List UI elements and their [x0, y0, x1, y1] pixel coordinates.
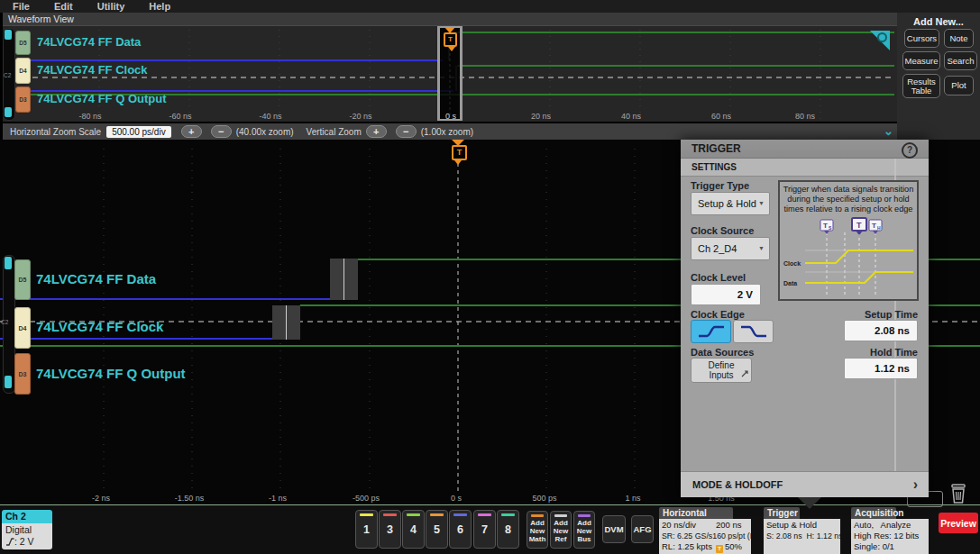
channel-6-color — [453, 513, 467, 516]
svg-text:Data: Data — [783, 280, 797, 286]
main-axis--2ns: -2 ns — [92, 494, 110, 503]
main-channel-badge-d5[interactable]: D5 — [14, 259, 31, 300]
group-label: C2 — [4, 72, 11, 78]
main-channel-label-qoutput[interactable]: 74LVCG74 FF Q Output — [36, 366, 186, 381]
setup-time-input[interactable]: 2.08 ns — [844, 320, 918, 341]
afg-button[interactable]: AFG — [631, 515, 654, 543]
menu-help[interactable]: Help — [149, 1, 170, 12]
clock-source-dropdown[interactable]: Ch 2_D4 ▼ — [691, 237, 770, 260]
dvm-button[interactable]: DVM — [602, 515, 626, 543]
chevron-right-icon: › — [913, 472, 918, 497]
channel-1-button[interactable]: 1 — [355, 510, 378, 549]
add-new-bus-button[interactable]: Add New Bus — [573, 511, 595, 549]
main-trigger-badge[interactable]: T — [452, 145, 467, 160]
channel-5-button[interactable]: 5 — [426, 510, 448, 549]
h-zoom-minus-button[interactable]: − — [211, 125, 232, 138]
search-zoom-marker-icon[interactable] — [870, 31, 890, 50]
main-axis-1ns: 1 ns — [625, 494, 640, 503]
trigger-description-box: Trigger when data signals transition dur… — [778, 180, 919, 301]
channel-5-color — [430, 513, 444, 516]
define-inputs-button[interactable]: Define Inputs — [691, 358, 752, 383]
math-color — [531, 514, 544, 517]
add-new-ref-button[interactable]: Add New Ref — [550, 511, 572, 549]
waveform-view-title: Waveform View — [3, 13, 897, 25]
note-button[interactable]: Note — [944, 29, 974, 48]
horizontal-badge[interactable]: 20 ns/div200 ns SR: 6.25 GS/s160 ps/pt (… — [659, 519, 751, 554]
falling-edge-button[interactable] — [733, 320, 774, 343]
define-inputs-text: Define Inputs — [698, 360, 745, 380]
plot-button[interactable]: Plot — [944, 76, 974, 95]
setup-hold-diagram: Clock Data TS T TH — [782, 216, 917, 299]
channel-4-button[interactable]: 4 — [402, 510, 425, 549]
menu-edit[interactable]: Edit — [54, 1, 73, 12]
channel-badge-d5[interactable]: D5 — [15, 31, 31, 55]
group-handle-bottom-main[interactable] — [5, 376, 12, 388]
add-new-panel: Add New... Cursors Note Measure Search R… — [897, 13, 980, 140]
trigger-marker-badge[interactable]: T — [444, 32, 457, 47]
preview-button[interactable]: Preview — [939, 513, 978, 533]
channel-6-button[interactable]: 6 — [449, 510, 472, 549]
channel-badge-d4[interactable]: D4 — [15, 58, 31, 84]
panel-pointer-tail — [798, 497, 821, 509]
clock-source-label: Clock Source — [691, 225, 754, 236]
h-zoom-plus-button[interactable]: + — [181, 125, 202, 138]
main-channel-label-data[interactable]: 74LVCG74 FF Data — [36, 271, 156, 286]
main-channel-badge-d3[interactable]: D3 — [14, 353, 31, 395]
menu-file[interactable]: File — [13, 1, 30, 12]
channel-2-badge[interactable]: Ch 2 Digital : 2 V — [2, 510, 52, 549]
v-zoom-minus-button[interactable]: − — [396, 125, 417, 138]
acquisition-badge[interactable]: Auto, Analyze High Res: 12 bits Single: … — [851, 519, 929, 554]
channel-2-type: Digital — [5, 524, 52, 536]
main-axis--1ns: -1 ns — [269, 494, 287, 503]
measure-button[interactable]: Measure — [902, 51, 940, 70]
svg-text:T: T — [856, 221, 862, 230]
group-handle-top[interactable] — [5, 30, 12, 40]
waveform-overview: Waveform View — [3, 13, 897, 140]
collapse-chevron-icon[interactable]: ⌄ — [884, 124, 893, 138]
results-table-button[interactable]: Results Table — [902, 74, 940, 98]
group-label-main: C2 — [1, 319, 8, 325]
horizontal-badge-title: Horizontal — [659, 507, 733, 519]
bottom-toolbar: Ch 2 Digital : 2 V 1 3 4 5 6 7 8 Add New… — [0, 504, 980, 554]
add-new-title: Add New... — [897, 16, 980, 27]
menu-utility[interactable]: Utility — [97, 1, 125, 12]
trigger-badge[interactable]: Setup & Hold S: 2.08 ns H: 1.12 ns — [764, 519, 840, 554]
group-handle-top-main[interactable] — [5, 257, 12, 269]
trigger-position-icon: T — [716, 545, 723, 553]
clock-level-input[interactable]: 2 V — [691, 284, 761, 305]
trigger-settings-panel: TRIGGER ? SETTINGS Trigger Type Setup & … — [681, 140, 929, 497]
channel-8-button[interactable]: 8 — [497, 510, 519, 549]
rising-edge-icon — [696, 323, 727, 340]
channel-2-threshold: : 2 V — [14, 536, 34, 547]
menu-bar: File Edit Utility Help — [0, 0, 980, 13]
main-channel-label-clock[interactable]: 74LVCG74 FF Clock — [36, 319, 163, 334]
search-button[interactable]: Search — [944, 51, 977, 70]
data-sources-label: Data Sources — [691, 347, 754, 358]
rising-edge-button[interactable] — [691, 320, 731, 343]
add-new-math-button[interactable]: Add New Math — [527, 511, 548, 549]
group-handle-bottom[interactable] — [5, 107, 12, 117]
channel-label-data[interactable]: 74LVCG74 FF Data — [37, 35, 141, 49]
overview-plot[interactable]: C2 D5 D4 D3 74LVCG74 FF Data 74LVCG74 FF… — [3, 25, 897, 122]
channel-3-button[interactable]: 3 — [379, 510, 401, 549]
hold-time-input[interactable]: 1.12 ns — [844, 358, 918, 379]
ov-axis-20: 20 ns — [531, 112, 551, 121]
help-icon[interactable]: ? — [902, 142, 918, 159]
channel-label-qoutput[interactable]: 74LVCG74 FF Q Output — [37, 92, 167, 105]
trash-icon[interactable] — [947, 483, 970, 504]
channel-7-button[interactable]: 7 — [473, 510, 496, 549]
ov-axis-0: 0 s — [445, 112, 456, 121]
v-zoom-plus-button[interactable]: + — [366, 125, 387, 138]
trigger-description-text: Trigger when data signals transition dur… — [783, 185, 914, 213]
cursors-button[interactable]: Cursors — [904, 29, 939, 48]
channel-badge-d3[interactable]: D3 — [15, 86, 31, 113]
main-axis-500ps: 500 ps — [532, 494, 556, 503]
mode-holdoff-bar[interactable]: MODE & HOLDOFF › — [681, 471, 929, 497]
ov-axis--80: -80 ns — [78, 112, 101, 121]
main-channel-badge-d4[interactable]: D4 — [14, 307, 31, 349]
svg-text:Clock: Clock — [783, 260, 801, 267]
falling-edge-icon — [738, 323, 769, 340]
trigger-type-dropdown[interactable]: Setup & Hold ▼ — [691, 192, 770, 215]
h-zoom-scale-input[interactable]: 500.00 ps/div — [106, 126, 171, 138]
channel-label-clock[interactable]: 74LVCG74 FF Clock — [37, 63, 148, 77]
